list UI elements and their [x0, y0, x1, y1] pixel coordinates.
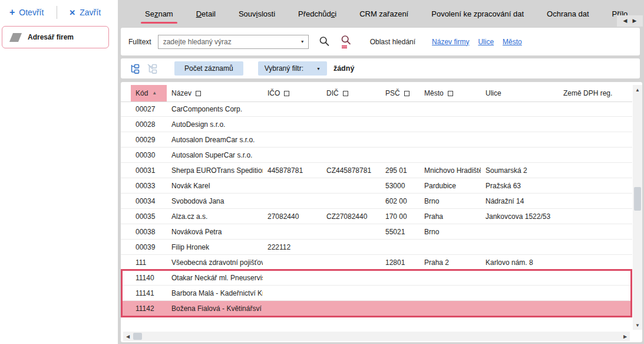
search-button[interactable]	[318, 35, 331, 48]
tab-ochrana-dat[interactable]: Ochrana dat	[547, 9, 589, 18]
fulltext-search-button[interactable]	[340, 35, 352, 48]
scroll-down-icon[interactable]: ▼	[633, 320, 642, 330]
filter-value: žádný	[333, 64, 354, 73]
table-row[interactable]: 00038Nováková Petra55021Brno	[121, 224, 632, 240]
selected-filter-dropdown[interactable]: Vybraný filtr: ▼	[258, 61, 327, 76]
scroll-left-icon[interactable]: ◀	[123, 332, 133, 341]
search-scope-label: Oblast hledání	[370, 38, 415, 46]
tab-scroll-right-icon[interactable]: ▶	[633, 18, 637, 24]
table-row[interactable]: 11140Otakar Neckář ml. Pneuservis	[121, 270, 632, 286]
search-input[interactable]	[162, 37, 297, 47]
column-header[interactable]: Kód▲	[131, 85, 167, 101]
table-row[interactable]: 11141Barbora Malá - Kadeřnictví Krás	[121, 286, 632, 301]
chevron-down-icon: ▼	[316, 67, 321, 71]
tab-detail[interactable]: Detail	[196, 9, 216, 18]
tab-souvislosti[interactable]: Souvislosti	[239, 9, 275, 18]
combobox-dropdown-icon[interactable]: ▼	[297, 40, 305, 44]
search-panel: Fulltext ▼ Oblast hledání Název firmyUli…	[121, 28, 640, 55]
table-row[interactable]: 00034Svobodová Jana602 00BrnoNádražní 14	[121, 194, 632, 209]
open-button-label: Otevřít	[19, 8, 44, 17]
search-scope-link[interactable]: Název firmy	[432, 38, 469, 46]
module-icon	[9, 33, 22, 42]
column-filter-box-icon[interactable]	[343, 91, 348, 96]
vertical-scrollbar-thumb[interactable]	[634, 187, 641, 211]
tab-seznam[interactable]: Seznam	[145, 9, 173, 18]
table-row[interactable]: 00028AutoDesign s.r.o.	[121, 117, 632, 132]
column-header[interactable]: IČO	[263, 85, 322, 101]
column-header[interactable]: DIČ	[322, 85, 381, 101]
tab-povolení-ke-zpracování-dat[interactable]: Povolení ke zpracování dat	[431, 9, 524, 18]
table-body: 00027CarComponents Corp.00028AutoDesign …	[121, 101, 632, 316]
hierarchy-icon	[130, 64, 141, 74]
close-button[interactable]: ✕ Zavřít	[65, 7, 104, 18]
table-row[interactable]: 111Všeobecná zdravotní pojišťovna12801Pr…	[121, 255, 632, 270]
table-row[interactable]: 00035Alza.cz a.s.27082440CZ27082440170 0…	[121, 209, 632, 224]
tree-view-button[interactable]	[130, 64, 141, 74]
column-filter-box-icon[interactable]	[196, 91, 201, 96]
tree-filter-icon	[147, 64, 158, 74]
column-filter-box-icon[interactable]	[404, 91, 409, 96]
record-count-button[interactable]: Počet záznamů	[174, 61, 243, 76]
tree-filter-button-disabled[interactable]	[147, 64, 158, 74]
plus-icon: +	[9, 8, 15, 17]
table-row[interactable]: 00027CarComponents Corp.	[121, 101, 632, 117]
close-icon: ✕	[69, 9, 75, 17]
fulltext-label: Fulltext	[128, 38, 151, 46]
toolbar-divider	[57, 6, 57, 19]
tab-scroll-left-icon[interactable]: ◀	[623, 18, 628, 24]
horizontal-scrollbar-thumb[interactable]	[133, 333, 142, 340]
column-header[interactable]: Název	[167, 85, 263, 101]
tab-scroll-buttons: ◀ ▶	[617, 15, 643, 27]
table-row[interactable]: 00039Filip Hronek222112	[121, 240, 632, 255]
open-button[interactable]: + Otevřít	[6, 7, 47, 18]
table-row[interactable]: 00033Novák Karel53000PardubicePražská 63	[121, 178, 632, 194]
companies-table: Kód▲NázevIČODIČPSČMěstoUliceZemě DPH reg…	[121, 82, 642, 342]
scroll-right-icon[interactable]: ▶	[620, 332, 630, 341]
column-header[interactable]: Město	[420, 85, 481, 101]
column-filter-box-icon[interactable]	[448, 91, 453, 96]
column-header[interactable]: Ulice	[481, 85, 559, 101]
selected-filter-label: Vybraný filtr:	[265, 64, 303, 73]
tab-předchůdci[interactable]: Předchůdci	[298, 9, 336, 18]
filter-toolbar: Počet záznamů Vybraný filtr: ▼ žádný	[121, 58, 640, 78]
sidebar-item-label: Adresář firem	[28, 33, 74, 41]
search-scope-link[interactable]: Ulice	[478, 38, 494, 46]
column-header[interactable]: Země DPH reg.	[559, 85, 632, 101]
horizontal-scrollbar[interactable]: ◀ ▶	[123, 332, 630, 341]
column-filter-box-icon[interactable]	[284, 91, 289, 96]
search-scope-link[interactable]: Město	[503, 38, 522, 46]
table-header-row: Kód▲NázevIČODIČPSČMěstoUliceZemě DPH reg…	[121, 82, 632, 102]
column-header[interactable]: PSČ	[381, 85, 420, 101]
tab-bar: SeznamDetailSouvislostiPředchůdciCRM zař…	[118, 0, 644, 27]
close-button-label: Zavřít	[80, 8, 101, 17]
main-panel: SeznamDetailSouvislostiPředchůdciCRM zař…	[118, 0, 644, 344]
table-row[interactable]: 00029Autosalon DreamCar s.r.o.	[121, 132, 632, 148]
scroll-up-icon[interactable]: ▲	[633, 85, 642, 94]
table-row[interactable]: 00031Sherpa EUROTrans Spedition445878781…	[121, 163, 632, 178]
search-icon	[318, 35, 331, 48]
vertical-scrollbar[interactable]: ▲ ▼	[633, 85, 642, 330]
fulltext-search-icon	[340, 35, 352, 48]
sidebar-item-adresar-firem[interactable]: Adresář firem	[2, 26, 109, 48]
window-toolbar: + Otevřít ✕ Zavřít	[0, 0, 118, 25]
table-row[interactable]: 00030Autosalon SuperCar s.r.o.	[121, 148, 632, 163]
sort-ascending-icon: ▲	[152, 91, 157, 96]
table-row[interactable]: 11142Božena Fialová - Květinářsví Ge	[121, 301, 632, 316]
fulltext-combobox[interactable]: ▼	[158, 35, 309, 49]
tab-crm-zařazení[interactable]: CRM zařazení	[359, 9, 408, 18]
